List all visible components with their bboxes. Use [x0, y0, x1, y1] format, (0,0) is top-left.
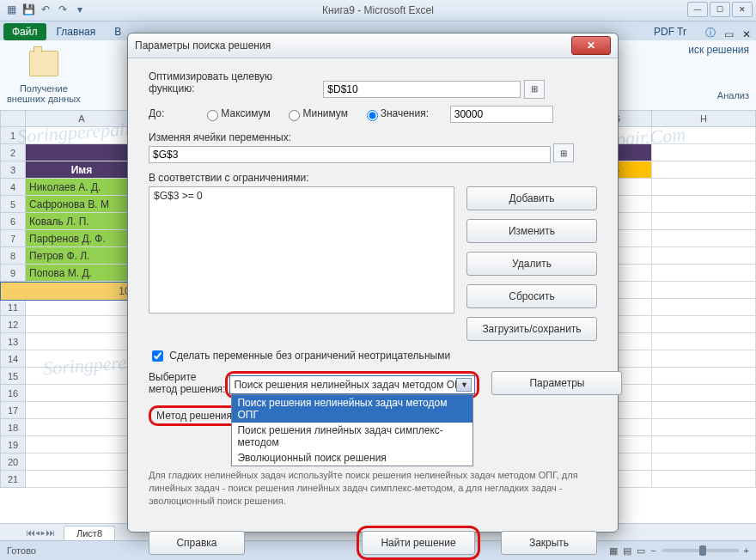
row-4[interactable]: 4: [0, 179, 26, 196]
close-button[interactable]: Закрыть: [501, 531, 597, 555]
help-icon[interactable]: ⓘ: [705, 26, 716, 40]
solver-label[interactable]: иск решения: [688, 44, 749, 56]
constraints-label: В соответствии с ограничениями:: [149, 172, 597, 184]
dialog-close-button[interactable]: ✕: [571, 36, 611, 55]
row-15[interactable]: 15: [0, 368, 26, 385]
zoom-slider[interactable]: [662, 549, 739, 552]
sheet-nav-icons[interactable]: ⏮◀▶⏭: [26, 527, 55, 538]
method-description: Для гладких нелинейных задач используйте…: [149, 469, 597, 508]
nonneg-checkbox[interactable]: [152, 350, 163, 362]
constraints-list[interactable]: $G$3 >= 0: [149, 186, 454, 313]
zoom-plus[interactable]: +: [744, 545, 749, 556]
row-8[interactable]: 8: [0, 247, 26, 265]
name-cell[interactable]: Коваль Л. П.: [26, 213, 142, 230]
loadsave-button[interactable]: Загрузить/сохранить: [466, 317, 597, 341]
undo-icon[interactable]: ↶: [38, 2, 53, 17]
quick-access-toolbar: ▦ 💾 ↶ ↷ ▾: [3, 2, 88, 17]
save-icon[interactable]: 💾: [21, 2, 36, 17]
redo-icon[interactable]: ↷: [55, 2, 70, 17]
params-button[interactable]: Параметры: [491, 371, 622, 395]
excel-window: ▦ 💾 ↶ ↷ ▾ Книга9 - Microsoft Excel — ☐ ✕…: [0, 0, 756, 560]
group-external-data-label: Получение внешних данных: [7, 83, 81, 104]
name-cell[interactable]: Николаев А. Д.: [26, 179, 142, 196]
radio-max[interactable]: [207, 110, 218, 121]
minimize-button[interactable]: —: [687, 2, 708, 17]
radio-min[interactable]: [289, 110, 300, 121]
zoom-minus[interactable]: −: [650, 545, 655, 556]
value-input[interactable]: [450, 106, 553, 123]
row-13[interactable]: 13: [0, 333, 26, 350]
method-selected: Поиск решения нелинейных задач методом О…: [234, 379, 467, 391]
row-5[interactable]: 5: [0, 196, 26, 213]
status-text: Готово: [7, 545, 36, 556]
window-title: Книга9 - Microsoft Excel: [322, 4, 434, 16]
name-cell[interactable]: Парфенов Д. Ф.: [26, 230, 142, 247]
delete-button[interactable]: Удалить: [466, 252, 597, 276]
view-controls: ▦ ▤ ▭ − +: [609, 545, 749, 557]
row-7[interactable]: 7: [0, 230, 26, 247]
row-1[interactable]: 1: [0, 127, 26, 144]
row-21[interactable]: 21: [0, 471, 26, 488]
qat-more-icon[interactable]: ▾: [72, 2, 88, 17]
row-14[interactable]: 14: [0, 350, 26, 368]
titlebar: ▦ 💾 ↶ ↷ ▾ Книга9 - Microsoft Excel — ☐ ✕: [0, 0, 756, 21]
method-option[interactable]: Поиск решения нелинейных задач методом О…: [232, 395, 472, 423]
tab-home[interactable]: Главная: [48, 23, 105, 40]
range-picker-icon[interactable]: ⊞: [553, 143, 574, 162]
radio-value-label: Значения:: [381, 107, 429, 119]
row-11[interactable]: 11: [0, 299, 26, 316]
row-17[interactable]: 17: [0, 402, 26, 419]
row-6[interactable]: 6: [0, 213, 26, 230]
row-19[interactable]: 19: [0, 436, 26, 453]
edit-button[interactable]: Изменить: [466, 219, 597, 243]
method-select[interactable]: Поиск решения нелинейных задач методом О…: [229, 375, 475, 394]
to-label: До:: [149, 107, 200, 119]
range-picker-icon[interactable]: ⊞: [524, 80, 545, 99]
analysis-label: Анализ: [688, 90, 749, 100]
name-cell[interactable]: Сафронова В. М: [26, 196, 142, 213]
objective-input[interactable]: [323, 81, 521, 98]
name-cell[interactable]: Попова М. Д.: [26, 265, 142, 282]
maximize-button[interactable]: ☐: [710, 2, 730, 17]
method-option[interactable]: Поиск решения линейных задач симплекс-ме…: [232, 423, 472, 450]
objective-label: Оптимизировать целевую функцию:: [149, 70, 320, 94]
row-12[interactable]: 12: [0, 316, 26, 333]
varcells-input[interactable]: [149, 146, 551, 163]
name-cell[interactable]: Петров Ф. Л.: [26, 247, 142, 265]
method-select-highlight: Поиск решения нелинейных задач методом О…: [225, 371, 479, 399]
method-dropdown: Поиск решения нелинейных задач методом О…: [231, 394, 473, 466]
name-header: Имя: [26, 161, 138, 179]
reset-button[interactable]: Сбросить: [466, 284, 597, 308]
constraint-item[interactable]: $G$3 >= 0: [154, 190, 449, 202]
close-window-button[interactable]: ✕: [732, 2, 753, 17]
row-18[interactable]: 18: [0, 419, 26, 436]
ribbon-min-icon[interactable]: ▭: [724, 28, 734, 40]
row-20[interactable]: 20: [0, 453, 26, 471]
tab-file[interactable]: Файл: [3, 23, 46, 40]
row-16[interactable]: 16: [0, 385, 26, 402]
ribbon-close-icon[interactable]: ✕: [742, 28, 751, 40]
view-layout-icon[interactable]: ▤: [623, 545, 631, 557]
view-break-icon[interactable]: ▭: [637, 545, 645, 557]
radio-max-label: Максимум: [221, 107, 270, 119]
solver-dialog: Параметры поиска решения ✕ Оптимизироват…: [127, 33, 619, 533]
add-button[interactable]: Добавить: [466, 186, 597, 210]
col-H[interactable]: H: [652, 110, 756, 127]
folder-icon: [29, 51, 58, 76]
method-label: Выберите метод решения:: [149, 371, 225, 395]
find-solution-button[interactable]: Найти решение: [362, 531, 475, 555]
select-all-corner[interactable]: [0, 110, 26, 127]
method-option[interactable]: Эволюционный поиск решения: [232, 450, 472, 466]
row-9[interactable]: 9: [0, 265, 26, 282]
radio-value[interactable]: [367, 110, 378, 121]
dialog-titlebar[interactable]: Параметры поиска решения ✕: [128, 33, 618, 58]
row-3[interactable]: 3: [0, 161, 26, 179]
group-external-data[interactable]: Получение внешних данных: [7, 44, 81, 104]
find-highlight: Найти решение: [357, 526, 480, 560]
sheet-tab[interactable]: Лист8: [64, 526, 115, 540]
nonneg-label: Сделать переменные без ограничений неотр…: [169, 350, 450, 362]
row-2[interactable]: 2: [0, 144, 26, 161]
col-A[interactable]: A: [26, 110, 138, 127]
help-button[interactable]: Справка: [149, 531, 245, 555]
tab-pdf[interactable]: PDF Tr: [645, 23, 695, 40]
